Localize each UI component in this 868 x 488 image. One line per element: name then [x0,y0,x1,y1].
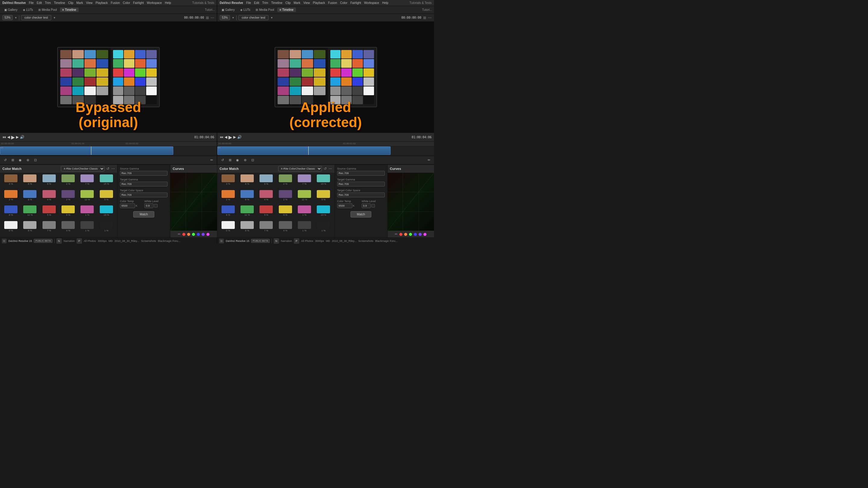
tool-rotate-left[interactable]: ↺ [2,157,8,164]
swatch-wrapper-21[interactable]: 4 % [276,221,294,236]
tab-timeline-left[interactable]: ≡ Timeline [60,7,79,12]
taskbar-icon-right-1[interactable]: N [274,238,279,244]
menu-mark-left[interactable]: Mark [76,1,83,4]
swatch-wrapper-12[interactable]: 8 % [219,205,237,220]
swatch-wrapper-15[interactable]: 9 % [276,205,294,220]
clip-name-chevron-left[interactable]: ▼ [53,16,56,19]
swatch-wrapper-21[interactable]: 4 % [59,221,77,236]
step-fwd-right[interactable]: ▶ [233,135,236,139]
swatch-wrapper-3[interactable]: 2 % [276,174,294,189]
swatch-wrapper-18[interactable]: 0 % [219,221,237,236]
dot-pink-left[interactable] [207,233,210,236]
swatch-wrapper-4[interactable]: 7 % [296,174,313,189]
menu-timeline-left[interactable]: Timeline [54,1,65,4]
step-back-right[interactable]: ◀ [224,135,227,139]
swatch-wrapper-2[interactable]: 9 % [257,174,275,189]
play-right[interactable]: ▶ [228,134,232,140]
settings-icon-right[interactable]: ⋯ [428,16,432,20]
taskbar-icon-left-2[interactable]: P [76,238,82,244]
dot-orange-right[interactable] [404,233,407,236]
menu-color-right[interactable]: Color [340,1,347,4]
zoom-display-right[interactable]: 53% [220,15,230,20]
tool-key-left[interactable]: ⊡ [32,157,38,164]
menu-trim-right[interactable]: Trim [262,1,268,4]
color-temp-input-right[interactable] [337,203,352,208]
tool-key-right[interactable]: ⊡ [249,157,256,164]
tool-grid-right[interactable]: ⊞ [227,157,233,164]
swatch-wrapper-6[interactable]: 2 % [219,190,237,205]
tool-rotate-right[interactable]: ↺ [219,157,226,164]
clip-name-right[interactable]: color checker test [239,15,269,20]
swatch-wrapper-20[interactable]: 7 % [40,221,58,236]
dot-red-right[interactable] [399,233,402,236]
swatch-wrapper-22[interactable]: 1 % [296,221,313,236]
menu-clip-left[interactable]: Clip [68,1,73,4]
swatch-wrapper-12[interactable]: 8 % [2,205,20,220]
tab-gallery-right[interactable]: ▣ Gallery [219,7,237,12]
menu-fusion-left[interactable]: Fusion [111,1,120,4]
swatch-wrapper-9[interactable]: 2 % [59,190,77,205]
volume-right[interactable]: 🔊 [237,135,242,139]
swatch-wrapper-2[interactable]: 9 % [40,174,58,189]
menu-help-right[interactable]: Help [382,1,389,4]
aspect-icon-right[interactable]: ⊞ [423,16,426,20]
curves-canvas-right[interactable] [388,173,434,231]
swatch-wrapper-13[interactable]: 12 % [238,205,256,220]
menu-mark-right[interactable]: Mark [293,1,300,4]
menu-timeline-right[interactable]: Timeline [271,1,282,4]
swatch-wrapper-16[interactable]: 1 % [296,205,313,220]
zoom-display-left[interactable]: 53% [2,15,13,20]
dot-blue-left[interactable] [197,233,200,236]
swatch-wrapper-8[interactable]: 4 % [257,190,275,205]
preset-select-left[interactable]: X-Rite ColorChecker Classic [61,166,104,171]
menu-fairlight-left[interactable]: Fairlight [133,1,144,4]
swatch-wrapper-10[interactable]: 12 % [296,190,313,205]
menu-view-left[interactable]: View [86,1,93,4]
menu-fairlight-right[interactable]: Fairlight [350,1,361,4]
dot-green-right[interactable] [409,233,412,236]
dot-purple-right[interactable] [418,233,422,236]
swatch-wrapper-8[interactable]: 4 % [40,190,58,205]
swatch-wrapper-17[interactable]: 19 % [97,205,116,220]
dot-green-left[interactable] [192,233,195,236]
target-colorspace-select-left[interactable]: Rec.709 [120,193,167,197]
dot-blue-right[interactable] [414,233,417,236]
menu-playback-left[interactable]: Playback [96,1,108,4]
settings-icon-left[interactable]: ⋯ [211,16,214,20]
swatch-wrapper-1[interactable]: 8 % [21,174,39,189]
menu-fusion-right[interactable]: Fusion [328,1,337,4]
swatch-wrapper-19[interactable]: 6 % [238,221,256,236]
source-gamma-select-right[interactable]: Rec.709 [337,171,385,175]
match-button-left[interactable]: Match [133,211,154,218]
swatch-wrapper-10[interactable]: 12 % [78,190,96,205]
tab-luts-right[interactable]: ◈ LUTs [238,7,253,12]
swatch-wrapper-18[interactable]: 0 % [2,221,20,236]
tool-node-left[interactable]: ⊛ [24,157,31,164]
tab-timeline-right[interactable]: ≡ Timeline [277,7,296,12]
swatch-wrapper-3[interactable]: 2 % [59,174,77,189]
swatch-wrapper-14[interactable]: 5 % [40,205,58,220]
tool-grid-left[interactable]: ⊞ [9,157,16,164]
tool-mask-left[interactable]: ◉ [17,157,24,164]
swatch-wrapper-11[interactable]: 5 % [314,190,333,205]
menu-edit-left[interactable]: Edit [37,1,42,4]
zoom-chevron-left[interactable]: ▼ [14,16,17,19]
white-level-input-left[interactable] [144,203,153,208]
taskbar-icon-left-1[interactable]: N [56,238,62,244]
swatch-wrapper-5[interactable]: 15 % [314,174,333,189]
swatch-wrapper-0[interactable]: 3 % [2,174,20,189]
target-gamma-select-right[interactable]: Rec.709 [337,182,385,187]
timeline-clip-right[interactable] [217,147,391,155]
menu-trim-left[interactable]: Trim [45,1,51,4]
tab-mediapool-left[interactable]: ⊞ Media Pool [36,7,59,12]
tab-gallery-left[interactable]: ▣ Gallery [2,7,20,12]
swatch-wrapper-23[interactable]: 1 % [314,221,333,236]
swatch-wrapper-22[interactable]: 1 % [78,221,96,236]
swatch-wrapper-7[interactable]: 8 % [238,190,256,205]
allphotos-label-right[interactable]: All Photos [301,239,313,242]
menu-view-right[interactable]: View [304,1,310,4]
narration-label-right[interactable]: Narration [281,239,292,242]
swatch-wrapper-15[interactable]: 9 % [59,205,77,220]
white-level-check-right[interactable] [371,204,375,207]
zoom-chevron-right[interactable]: ▼ [232,16,235,19]
